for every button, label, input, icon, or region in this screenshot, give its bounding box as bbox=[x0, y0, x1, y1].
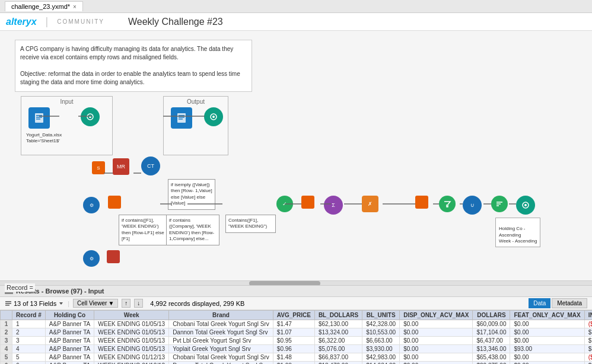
union-tool-2[interactable] bbox=[107, 250, 120, 263]
cell-4: $1.07 bbox=[273, 328, 314, 337]
cell-9: $93.00 bbox=[510, 345, 584, 353]
input-tool[interactable] bbox=[28, 107, 50, 129]
sort-label: Holding Co - Ascending Week - Ascending bbox=[495, 218, 540, 247]
select-tool-2[interactable] bbox=[108, 196, 121, 209]
cell-9: $0.00 bbox=[510, 362, 584, 365]
col-avgprice[interactable]: AVG_PRICE bbox=[273, 311, 314, 320]
data-button[interactable]: Data bbox=[529, 298, 550, 308]
sort-asc-btn[interactable]: ↑ bbox=[122, 299, 131, 308]
cell-7: $0.00 bbox=[400, 328, 473, 337]
cell-rownum: 6 bbox=[1, 362, 12, 365]
cell-rownum: 3 bbox=[1, 337, 12, 345]
output-container: Output bbox=[163, 96, 228, 155]
canvas-area: A CPG company is having difficulty manag… bbox=[0, 31, 592, 286]
cell-3: Chobani Total Greek Yogurt Sngl Srv bbox=[169, 353, 273, 362]
cell-10: $8,270.00 bbox=[584, 345, 592, 353]
cell-0: 1 bbox=[12, 320, 46, 328]
cell-5: $62,130.00 bbox=[314, 320, 362, 328]
multi-row-formula-1[interactable]: MR bbox=[113, 158, 129, 175]
horizontal-scrollbar[interactable] bbox=[0, 280, 592, 285]
cell-9: $0.00 bbox=[510, 337, 584, 345]
svg-marker-38 bbox=[59, 302, 63, 305]
svg-rect-37 bbox=[5, 305, 9, 306]
cell-2: WEEK ENDING 01/05/13 bbox=[94, 345, 169, 353]
sort-tool[interactable] bbox=[491, 196, 508, 212]
svg-rect-6 bbox=[177, 113, 186, 123]
col-incdollars[interactable]: INC_DOLLARS bbox=[584, 311, 592, 320]
col-blunits[interactable]: BL_UNITS bbox=[362, 311, 400, 320]
select-tool-3[interactable] bbox=[301, 196, 314, 209]
col-record[interactable]: Record # bbox=[12, 311, 46, 320]
formula-box-2: if contains ([Company], 'WEEK ENDING') t… bbox=[166, 215, 219, 245]
svg-rect-7 bbox=[179, 115, 184, 116]
svg-rect-8 bbox=[179, 117, 184, 118]
output-tool[interactable] bbox=[171, 107, 192, 129]
cell-3: Dannon Total Greek Yogurt Sngl Srv bbox=[169, 362, 273, 365]
record-label: Record = bbox=[5, 283, 35, 292]
browse-tool-final[interactable] bbox=[516, 196, 535, 215]
desc-text-2: Objective: reformat the data in order to… bbox=[20, 70, 247, 87]
table-row: 33A&P Banner TAWEEK ENDING 01/05/13Pvt L… bbox=[1, 337, 593, 345]
table-row: 11A&P Banner TAWEEK ENDING 01/05/13Choba… bbox=[1, 320, 593, 328]
cell-6: $42,983.00 bbox=[362, 353, 400, 362]
fields-info-group: 13 of 13 Fields bbox=[5, 300, 64, 307]
select-tool-4[interactable] bbox=[415, 196, 428, 209]
filter-tool[interactable] bbox=[439, 196, 456, 212]
cell-3: Yoplait Greek Yogurt Sngl Srv bbox=[169, 345, 273, 353]
cell-1: A&P Banner TA bbox=[45, 320, 94, 328]
dropdown-icon[interactable] bbox=[58, 301, 64, 306]
fields-info: 13 of 13 Fields bbox=[14, 300, 56, 307]
col-dollars[interactable]: DOLLARS bbox=[473, 311, 510, 320]
cell-3: Pvt Lbl Greek Yogurt Sngl Srv bbox=[169, 337, 273, 345]
cell-viewer-btn[interactable]: Cell Viewer ▼ bbox=[73, 299, 118, 308]
svg-rect-2 bbox=[36, 117, 42, 118]
cell-10: $1,904.00 bbox=[584, 362, 592, 365]
formula-box-1: if contains([F1], 'WEEK ENDING') then [R… bbox=[119, 215, 172, 245]
svg-rect-34 bbox=[5, 292, 13, 294]
join-tool-2[interactable]: ⚙ bbox=[83, 250, 100, 267]
cell-0: 6 bbox=[12, 362, 46, 365]
cell-8: $13,346.00 bbox=[473, 345, 510, 353]
col-week[interactable]: Week bbox=[94, 311, 169, 320]
tab-label: challenge_23.yxmd* bbox=[11, 3, 70, 10]
cell-6: $3,930.00 bbox=[362, 345, 400, 353]
cell-1: A&P Banner TA bbox=[45, 337, 94, 345]
col-brand[interactable]: Brand bbox=[169, 311, 273, 320]
sample-tool[interactable]: ✓ bbox=[276, 196, 293, 212]
col-bldollars[interactable]: BL_DOLLARS bbox=[314, 311, 362, 320]
cell-2: WEEK ENDING 01/12/13 bbox=[94, 362, 169, 365]
sort-desc-btn[interactable]: ↓ bbox=[134, 299, 143, 308]
cell-8: $17,104.00 bbox=[473, 328, 510, 337]
svg-rect-36 bbox=[5, 303, 11, 304]
join-tool[interactable]: ⚙ bbox=[83, 197, 100, 213]
summarize-tool[interactable]: Σ bbox=[324, 196, 343, 215]
cell-8: $6,437.00 bbox=[473, 337, 510, 345]
cell-8: $20,375.00 bbox=[473, 362, 510, 365]
title-bar: challenge_23.yxmd* × bbox=[0, 0, 592, 13]
col-disp[interactable]: DISP_ONLY_ACV_MAX bbox=[400, 311, 473, 320]
cell-6: $42,328.00 bbox=[362, 320, 400, 328]
fields-icon bbox=[5, 300, 12, 307]
col-feat[interactable]: FEAT_ONLY_ACV_MAX bbox=[510, 311, 584, 320]
crosstab-tool[interactable]: CT bbox=[141, 157, 160, 175]
svg-rect-1 bbox=[36, 115, 42, 116]
table-row: 44A&P Banner TAWEEK ENDING 01/05/13Yopla… bbox=[1, 345, 593, 353]
browse-tool-input[interactable] bbox=[81, 107, 100, 126]
col-holdingco[interactable]: Holding Co bbox=[45, 311, 94, 320]
file-tab[interactable]: challenge_23.yxmd* × bbox=[5, 1, 83, 11]
tab-close-icon[interactable]: × bbox=[73, 4, 77, 10]
regex-tool[interactable]: ✗ bbox=[362, 196, 378, 212]
cell-9: $0.00 bbox=[510, 320, 584, 328]
divider: | bbox=[46, 15, 49, 28]
metadata-button[interactable]: Metadata bbox=[552, 298, 587, 308]
input-file-label: Yogurt_Data.xlsxTable='Sheet1$' bbox=[26, 132, 62, 143]
table-row: 22A&P Banner TAWEEK ENDING 01/05/13Danno… bbox=[1, 328, 593, 337]
table-body: 11A&P Banner TAWEEK ENDING 01/05/13Choba… bbox=[1, 320, 593, 365]
union-tool[interactable]: ∪ bbox=[463, 196, 482, 215]
select-tool-1[interactable]: S bbox=[92, 161, 105, 174]
cell-0: 5 bbox=[12, 353, 46, 362]
cell-1: A&P Banner TA bbox=[45, 345, 94, 353]
cell-4: $0.95 bbox=[273, 337, 314, 345]
browse-tool-output[interactable] bbox=[204, 107, 223, 126]
cell-rownum: 5 bbox=[1, 353, 12, 362]
